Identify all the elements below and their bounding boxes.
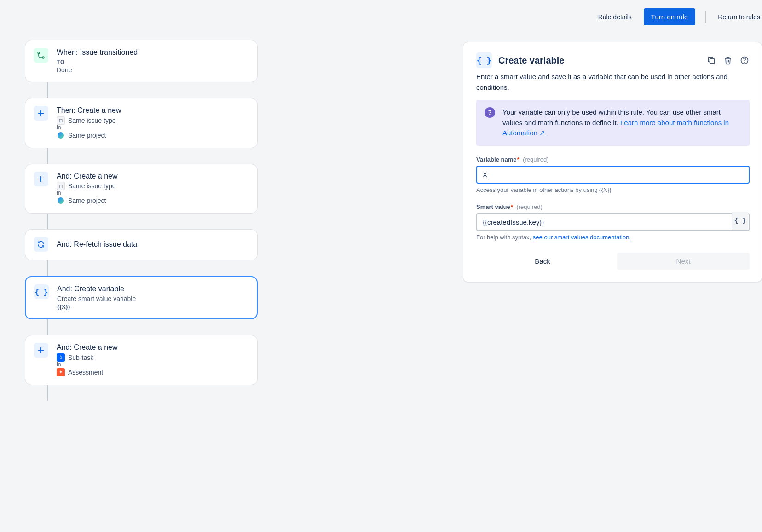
variable-config-panel: { } Create variable Enter a smart value … — [463, 42, 762, 282]
project-avatar-icon — [57, 197, 65, 205]
refresh-icon — [34, 237, 48, 252]
variable-name-label: Variable name* (required) — [476, 156, 750, 163]
info-banner: ? Your variable can only be used within … — [476, 100, 750, 146]
step4-sub: Create smart value variable — [57, 295, 248, 302]
delete-icon[interactable] — [723, 55, 733, 65]
variable-name-help: Access your variable in other actions by… — [476, 186, 750, 193]
connector — [47, 82, 48, 98]
plus-icon — [34, 172, 48, 186]
copy-icon[interactable] — [706, 55, 716, 65]
trigger-sub: Done — [57, 66, 248, 74]
action-card-refetch[interactable]: And: Re-fetch issue data — [25, 229, 258, 260]
panel-description: Enter a smart value and save it as a var… — [476, 72, 750, 93]
braces-icon: { } — [34, 284, 49, 299]
issuetype-icon: ◻ — [57, 182, 65, 190]
step2-project: Same project — [68, 197, 106, 204]
action-card-variable[interactable]: { } And: Create variable Create smart va… — [25, 276, 258, 319]
step5-project: Assessment — [68, 369, 103, 376]
branch-icon — [34, 48, 48, 63]
panel-title: Create variable — [498, 55, 564, 66]
smart-values-doc-link[interactable]: see our smart values documentation. — [533, 234, 631, 241]
step5-in: in — [57, 362, 248, 367]
info-icon: ? — [485, 107, 495, 118]
svg-point-4 — [744, 62, 745, 63]
action-card-create-1[interactable]: Then: Create a new ◻ Same issue type in … — [25, 98, 258, 148]
connector — [47, 319, 48, 335]
rule-details-link[interactable]: Rule details — [596, 10, 634, 24]
action-card-create-2[interactable]: And: Create a new ◻ Same issue type in S… — [25, 164, 258, 214]
rule-flow: When: Issue transitioned TO Done Then: C… — [0, 29, 258, 419]
trigger-meta: TO — [57, 59, 248, 65]
next-button[interactable]: Next — [617, 253, 750, 270]
step1-title: Then: Create a new — [57, 106, 248, 116]
connector — [47, 385, 48, 401]
step2-in: in — [57, 190, 248, 196]
step2-tag: Same issue type — [68, 182, 116, 190]
connector — [47, 214, 48, 229]
step1-project: Same project — [68, 132, 106, 139]
step1-in: in — [57, 125, 248, 130]
braces-icon: { } — [476, 52, 492, 68]
smart-value-input[interactable] — [476, 213, 750, 231]
project-avatar-icon — [57, 131, 65, 139]
back-button[interactable]: Back — [476, 253, 609, 270]
step1-tag: Same issue type — [68, 117, 116, 124]
smart-value-picker-icon[interactable]: { } — [732, 212, 748, 230]
smart-value-label: Smart value* (required) — [476, 203, 750, 210]
trigger-title: When: Issue transitioned — [57, 48, 248, 58]
step4-title: And: Create variable — [57, 284, 248, 294]
return-to-rules-link[interactable]: Return to rules — [716, 10, 762, 24]
step3-title: And: Re-fetch issue data — [57, 240, 248, 249]
variable-name-input[interactable] — [476, 166, 750, 184]
connector — [47, 260, 48, 276]
plus-icon — [34, 106, 48, 121]
project-icon: ✦ — [57, 368, 65, 376]
step5-tag: Sub-task — [68, 354, 93, 361]
plus-icon — [34, 343, 48, 358]
help-icon[interactable] — [739, 55, 750, 65]
issuetype-icon: ◻ — [57, 116, 65, 125]
svg-rect-2 — [710, 59, 715, 64]
connector — [47, 148, 48, 164]
step4-var: {{X}} — [57, 303, 248, 310]
subtask-icon: ⤵ — [57, 353, 65, 362]
step5-title: And: Create a new — [57, 343, 248, 353]
turn-on-rule-button[interactable]: Turn on rule — [644, 8, 695, 25]
separator — [705, 11, 706, 23]
trigger-card[interactable]: When: Issue transitioned TO Done — [25, 40, 258, 82]
smart-value-help: For help with syntax, see our smart valu… — [476, 234, 750, 241]
action-card-create-3[interactable]: And: Create a new ⤵ Sub-task in ✦ Assess… — [25, 335, 258, 385]
step2-title: And: Create a new — [57, 172, 248, 181]
